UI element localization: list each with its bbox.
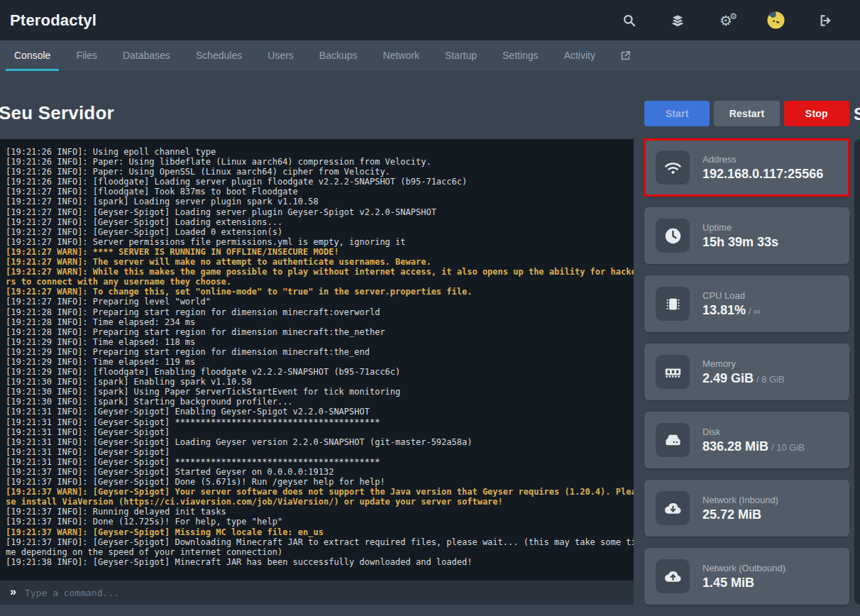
- stat-card-memory: Memory 2.49 GiB/ 8 GiB: [644, 343, 849, 400]
- tab-settings[interactable]: Settings: [494, 40, 547, 71]
- stat-value: 25.72 MiB: [702, 507, 778, 522]
- tab-activity[interactable]: Activity: [556, 40, 604, 71]
- console-line: [19:21:37 INFO]: [Geyser-Spigot] Started…: [6, 467, 634, 477]
- cloud-download-icon: [663, 499, 683, 518]
- console-line: [19:21:31 INFO]: [Geyser-Spigot] Enablin…: [6, 407, 634, 417]
- admin-gears-icon[interactable]: ⚙⚙: [718, 13, 734, 28]
- microchip-icon: [663, 295, 683, 314]
- console-line: [19:21:37 WARN]: [Geyser-Spigot] Missing…: [6, 527, 634, 537]
- console-line: [19:21:27 WARN]: **** SERVER IS RUNNING …: [6, 247, 634, 257]
- console-line: rs to connect with any username they cho…: [6, 277, 634, 287]
- tab-console[interactable]: Console: [6, 40, 59, 71]
- console-line: [19:21:37 INFO]: [Geyser-Spigot] Downloa…: [6, 537, 634, 547]
- console-line: [19:21:27 INFO]: [floodgate] Took 837ms …: [6, 187, 634, 197]
- console-line: [19:21:27 INFO]: Server permissions file…: [6, 237, 634, 247]
- console-line: [19:21:28 INFO]: Preparing start region …: [6, 327, 634, 337]
- stat-card-cpu: CPU Load 13.81%/ ∞: [644, 275, 849, 332]
- app-brand[interactable]: Pterodactyl: [10, 11, 97, 30]
- console-line: [19:21:27 INFO]: [Geyser-Spigot] Loading…: [6, 217, 634, 227]
- console-line: [19:21:37 INFO]: [Geyser-Spigot] Done (5…: [6, 477, 634, 487]
- user-avatar[interactable]: [766, 11, 785, 30]
- tab-backups[interactable]: Backups: [311, 40, 366, 71]
- start-button[interactable]: Start: [644, 101, 710, 126]
- stat-value: 836.28 MiB/ 10 GiB: [702, 439, 805, 454]
- console-line: [19:21:28 INFO]: Time elapsed: 234 ms: [6, 317, 634, 327]
- tab-users[interactable]: Users: [259, 40, 302, 71]
- console-line: me depending on the speed of your intern…: [6, 547, 634, 557]
- console-line: [19:21:31 INFO]: [Geyser-Spigot]: [6, 447, 634, 457]
- console-line: [19:21:27 INFO]: [spark] Loading server …: [6, 197, 634, 207]
- console-line: [19:21:29 INFO]: [floodgate] Enabling fl…: [6, 367, 634, 377]
- stat-label: Disk: [702, 427, 805, 437]
- console-line: [19:21:30 INFO]: [spark] Starting backgr…: [6, 397, 634, 407]
- console-line: [19:21:31 INFO]: [Geyser-Spigot] *******…: [6, 457, 634, 467]
- stat-label: Uptime: [702, 222, 778, 233]
- console-line: [19:21:26 INFO]: Paper: Using OpenSSL (L…: [6, 167, 634, 177]
- console-line: [19:21:37 WARN]: [Geyser-Spigot] Your se…: [6, 487, 634, 497]
- console-line: [19:21:31 INFO]: [Geyser-Spigot] Loading…: [6, 437, 634, 447]
- search-icon[interactable]: [622, 13, 637, 28]
- tab-files[interactable]: Files: [67, 40, 106, 71]
- console-line: [19:21:27 INFO]: [Geyser-Spigot] Loading…: [6, 207, 634, 217]
- stop-button[interactable]: Stop: [784, 101, 849, 126]
- console-line: [19:21:27 WARN]: To change this, set "on…: [6, 287, 634, 297]
- console-line: se install ViaVersion (https://ci.viaver…: [6, 497, 634, 507]
- command-input[interactable]: [23, 587, 634, 599]
- console-line: [19:21:29 INFO]: Time elapsed: 119 ms: [6, 357, 634, 367]
- stat-card-address: Address 192.168.0.117:25566: [644, 139, 849, 196]
- external-link-icon[interactable]: [619, 40, 632, 71]
- tab-network[interactable]: Network: [375, 40, 428, 71]
- console-log[interactable]: [19:21:26 INFO]: Using epoll channel typ…: [0, 139, 634, 581]
- navbar-icons: ⚙⚙: [622, 11, 834, 30]
- stat-card-uptime: Uptime 15h 39m 33s: [644, 207, 849, 264]
- console-line: [19:21:38 INFO]: [Geyser-Spigot] Minecra…: [6, 557, 634, 567]
- memory-icon: [663, 363, 683, 382]
- cloud-upload-icon: [663, 567, 683, 586]
- logout-icon[interactable]: [818, 13, 834, 28]
- stat-value: 192.168.0.117:25566: [702, 167, 823, 182]
- stat-card-net-inbound: Network (Inbound) 25.72 MiB: [644, 480, 849, 537]
- console-line: [19:21:31 INFO]: [Geyser-Spigot] *******…: [6, 417, 634, 427]
- wifi-icon: [663, 158, 683, 177]
- tab-bar: ConsoleFilesDatabasesSchedulesUsersBacku…: [0, 40, 860, 71]
- tab-startup[interactable]: Startup: [436, 40, 485, 71]
- console-line: [19:21:37 INFO]: Done (12.725s)! For hel…: [6, 517, 634, 527]
- console-line: [19:21:26 INFO]: Using epoll channel typ…: [6, 147, 634, 157]
- stat-card-net-outbound: Network (Outbound) 1.45 MiB: [644, 548, 849, 605]
- stat-label: CPU Load: [702, 290, 761, 301]
- server-stack-icon[interactable]: [670, 13, 685, 28]
- clock-icon: [663, 226, 683, 246]
- stat-label: Network (Inbound): [702, 495, 778, 505]
- stat-label: Address: [702, 154, 823, 165]
- console-line: [19:21:27 INFO]: Preparing level "world": [6, 297, 634, 307]
- restart-button[interactable]: Restart: [714, 101, 779, 126]
- console-line: [19:21:26 INFO]: Paper: Using libdeflate…: [6, 157, 634, 167]
- prompt-icon: »: [10, 585, 16, 598]
- power-controls: Start Restart Stop: [644, 101, 849, 126]
- console-line: [19:21:29 INFO]: Preparing start region …: [6, 347, 634, 357]
- console-line: [19:21:27 WARN]: The server will make no…: [6, 257, 634, 267]
- stat-value: 2.49 GiB/ 8 GiB: [702, 371, 785, 386]
- console-line: [19:21:28 INFO]: Preparing start region …: [6, 307, 634, 317]
- console-panel: [19:21:26 INFO]: Using epoll channel typ…: [0, 139, 634, 605]
- tab-databases[interactable]: Databases: [114, 40, 179, 71]
- clipped-edge-panel: [854, 139, 860, 605]
- command-bar: »: [0, 581, 634, 605]
- tab-list: ConsoleFilesDatabasesSchedulesUsersBacku…: [6, 40, 612, 71]
- stat-label: Network (Outbound): [702, 563, 785, 573]
- console-line: [19:21:37 INFO]: Running delayed init ta…: [6, 507, 634, 517]
- console-line: [19:21:26 INFO]: [floodgate] Loading ser…: [6, 177, 634, 187]
- console-line: [19:21:30 INFO]: [spark] Using Paper Ser…: [6, 387, 634, 397]
- console-line: [19:21:31 INFO]: [Geyser-Spigot]: [6, 427, 634, 437]
- console-line: [19:21:29 INFO]: Time elapsed: 118 ms: [6, 337, 634, 347]
- stat-value: 1.45 MiB: [702, 576, 785, 590]
- tab-schedules[interactable]: Schedules: [187, 40, 250, 71]
- stat-label: Memory: [702, 358, 785, 369]
- top-navbar: Pterodactyl ⚙⚙: [0, 0, 860, 40]
- page-title: Seu Servidor: [0, 102, 114, 124]
- clipped-edge-text: S: [854, 104, 860, 124]
- console-line: [19:21:27 WARN]: While this makes the ga…: [6, 267, 634, 277]
- stat-value: 15h 39m 33s: [702, 235, 778, 250]
- hard-drive-icon: [663, 431, 683, 450]
- stat-card-disk: Disk 836.28 MiB/ 10 GiB: [644, 412, 849, 468]
